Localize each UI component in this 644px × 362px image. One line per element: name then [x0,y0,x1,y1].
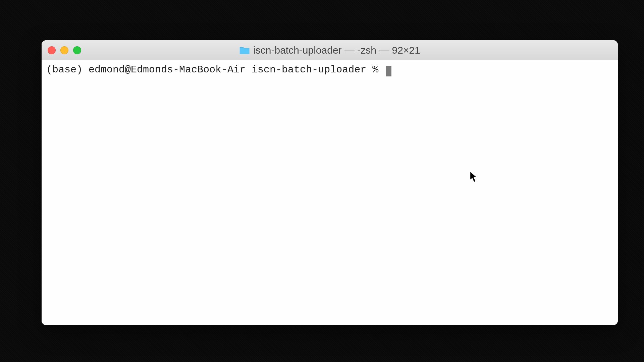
close-button[interactable] [48,46,56,54]
maximize-button[interactable] [73,46,81,54]
window-title-text: iscn-batch-uploader — -zsh — 92×21 [253,45,420,56]
minimize-button[interactable] [60,46,68,54]
terminal-body[interactable]: (base) edmond@Edmonds-MacBook-Air iscn-b… [42,60,618,325]
window-title: iscn-batch-uploader — -zsh — 92×21 [239,45,420,56]
text-cursor [386,66,391,76]
folder-icon [239,46,250,55]
terminal-window: iscn-batch-uploader — -zsh — 92×21 (base… [42,40,618,325]
desktop-background: iscn-batch-uploader — -zsh — 92×21 (base… [0,0,644,362]
shell-prompt: (base) edmond@Edmonds-MacBook-Air iscn-b… [46,64,384,75]
window-title-bar[interactable]: iscn-batch-uploader — -zsh — 92×21 [42,40,618,60]
traffic-lights [48,46,81,54]
